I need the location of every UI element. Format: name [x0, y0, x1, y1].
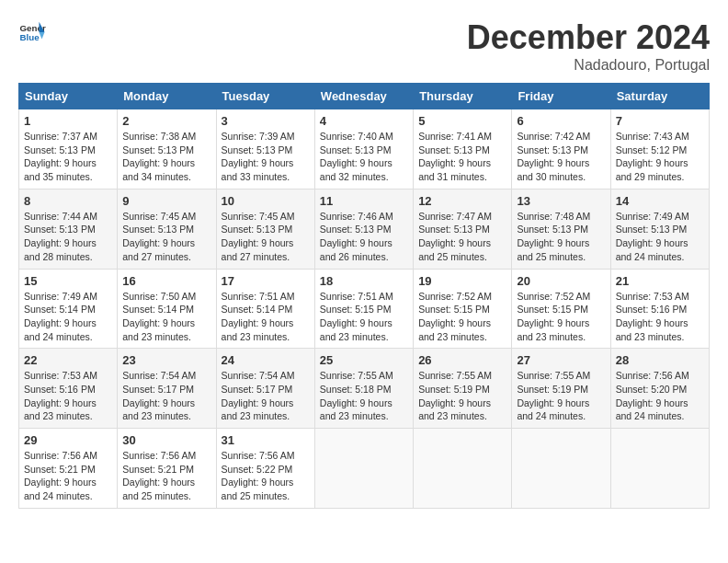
- sunset-text: Sunset: 5:18 PM: [320, 384, 392, 395]
- sunset-text: Sunset: 5:13 PM: [122, 224, 194, 235]
- daylight-text: Daylight: 9 hours and 27 minutes.: [222, 237, 294, 262]
- day-number: 21: [616, 274, 704, 288]
- day-info: Sunrise: 7:46 AMSunset: 5:13 PMDaylight:…: [320, 210, 408, 264]
- table-cell: 22Sunrise: 7:53 AMSunset: 5:16 PMDayligh…: [19, 349, 118, 429]
- day-info: Sunrise: 7:56 AMSunset: 5:22 PMDaylight:…: [222, 449, 310, 503]
- table-cell: 20Sunrise: 7:52 AMSunset: 5:15 PMDayligh…: [512, 269, 610, 349]
- col-saturday: Saturday: [610, 84, 709, 109]
- day-number: 6: [517, 114, 605, 128]
- sunset-text: Sunset: 5:21 PM: [24, 464, 96, 475]
- sunset-text: Sunset: 5:13 PM: [222, 224, 293, 235]
- daylight-text: Daylight: 9 hours and 23 minutes.: [320, 317, 392, 342]
- sunrise-text: Sunrise: 7:52 AM: [418, 291, 492, 302]
- sunset-text: Sunset: 5:21 PM: [122, 464, 194, 475]
- sunrise-text: Sunrise: 7:55 AM: [418, 370, 492, 381]
- daylight-text: Daylight: 9 hours and 23 minutes.: [616, 317, 688, 342]
- table-row: 1Sunrise: 7:37 AMSunset: 5:13 PMDaylight…: [19, 109, 710, 190]
- day-number: 10: [222, 194, 310, 208]
- day-info: Sunrise: 7:53 AMSunset: 5:16 PMDaylight:…: [616, 290, 704, 344]
- day-number: 29: [24, 433, 112, 447]
- day-number: 28: [616, 353, 704, 367]
- daylight-text: Daylight: 9 hours and 24 minutes.: [616, 237, 688, 262]
- day-number: 4: [320, 114, 408, 128]
- day-info: Sunrise: 7:52 AMSunset: 5:15 PMDaylight:…: [517, 290, 605, 344]
- sunset-text: Sunset: 5:13 PM: [24, 144, 96, 155]
- day-number: 2: [122, 114, 210, 128]
- table-cell: 15Sunrise: 7:49 AMSunset: 5:14 PMDayligh…: [19, 269, 118, 349]
- table-row: 15Sunrise: 7:49 AMSunset: 5:14 PMDayligh…: [19, 269, 710, 349]
- day-info: Sunrise: 7:55 AMSunset: 5:19 PMDaylight:…: [418, 369, 506, 423]
- table-cell: 30Sunrise: 7:56 AMSunset: 5:21 PMDayligh…: [118, 429, 216, 509]
- day-number: 13: [517, 194, 605, 208]
- daylight-text: Daylight: 9 hours and 33 minutes.: [222, 157, 294, 182]
- table-cell: 10Sunrise: 7:45 AMSunset: 5:13 PMDayligh…: [216, 189, 314, 269]
- sunrise-text: Sunrise: 7:54 AM: [122, 370, 196, 381]
- sunset-text: Sunset: 5:19 PM: [418, 384, 490, 395]
- day-number: 5: [418, 114, 506, 128]
- daylight-text: Daylight: 9 hours and 24 minutes.: [24, 317, 97, 342]
- daylight-text: Daylight: 9 hours and 28 minutes.: [24, 237, 97, 262]
- day-info: Sunrise: 7:56 AMSunset: 5:21 PMDaylight:…: [24, 449, 112, 503]
- day-info: Sunrise: 7:51 AMSunset: 5:14 PMDaylight:…: [222, 290, 310, 344]
- daylight-text: Daylight: 9 hours and 31 minutes.: [418, 157, 491, 182]
- day-info: Sunrise: 7:47 AMSunset: 5:13 PMDaylight:…: [418, 210, 506, 264]
- daylight-text: Daylight: 9 hours and 24 minutes.: [517, 397, 589, 422]
- table-row: 8Sunrise: 7:44 AMSunset: 5:13 PMDaylight…: [19, 189, 710, 269]
- sunrise-text: Sunrise: 7:56 AM: [222, 450, 295, 461]
- day-info: Sunrise: 7:42 AMSunset: 5:13 PMDaylight:…: [517, 130, 605, 184]
- sunrise-text: Sunrise: 7:50 AM: [122, 291, 196, 302]
- sunrise-text: Sunrise: 7:52 AM: [517, 291, 590, 302]
- day-number: 20: [517, 274, 605, 288]
- sunset-text: Sunset: 5:19 PM: [517, 384, 588, 395]
- table-cell: [512, 429, 610, 509]
- daylight-text: Daylight: 9 hours and 34 minutes.: [122, 157, 195, 182]
- table-cell: 16Sunrise: 7:50 AMSunset: 5:14 PMDayligh…: [118, 269, 216, 349]
- sunset-text: Sunset: 5:13 PM: [616, 224, 688, 235]
- sunrise-text: Sunrise: 7:46 AM: [320, 211, 393, 222]
- table-cell: 19Sunrise: 7:52 AMSunset: 5:15 PMDayligh…: [414, 269, 512, 349]
- day-info: Sunrise: 7:50 AMSunset: 5:14 PMDaylight:…: [122, 290, 210, 344]
- day-info: Sunrise: 7:37 AMSunset: 5:13 PMDaylight:…: [24, 130, 112, 184]
- table-row: 29Sunrise: 7:56 AMSunset: 5:21 PMDayligh…: [19, 429, 710, 509]
- table-cell: 28Sunrise: 7:56 AMSunset: 5:20 PMDayligh…: [610, 349, 709, 429]
- day-number: 18: [320, 274, 408, 288]
- day-info: Sunrise: 7:54 AMSunset: 5:17 PMDaylight:…: [222, 369, 310, 423]
- day-info: Sunrise: 7:48 AMSunset: 5:13 PMDaylight:…: [517, 210, 605, 264]
- day-number: 19: [418, 274, 506, 288]
- sunrise-text: Sunrise: 7:56 AM: [24, 450, 97, 461]
- day-number: 11: [320, 194, 408, 208]
- day-info: Sunrise: 7:49 AMSunset: 5:13 PMDaylight:…: [616, 210, 704, 264]
- month-title: December 2024: [467, 18, 710, 57]
- table-cell: 21Sunrise: 7:53 AMSunset: 5:16 PMDayligh…: [610, 269, 709, 349]
- sunset-text: Sunset: 5:12 PM: [616, 144, 688, 155]
- daylight-text: Daylight: 9 hours and 23 minutes.: [222, 317, 294, 342]
- day-info: Sunrise: 7:49 AMSunset: 5:14 PMDaylight:…: [24, 290, 112, 344]
- day-info: Sunrise: 7:40 AMSunset: 5:13 PMDaylight:…: [320, 130, 408, 184]
- sunrise-text: Sunrise: 7:47 AM: [418, 211, 492, 222]
- day-number: 12: [418, 194, 506, 208]
- day-number: 22: [24, 353, 112, 367]
- sunrise-text: Sunrise: 7:53 AM: [616, 291, 689, 302]
- day-number: 8: [24, 194, 112, 208]
- day-info: Sunrise: 7:45 AMSunset: 5:13 PMDaylight:…: [222, 210, 310, 264]
- sunset-text: Sunset: 5:14 PM: [222, 304, 293, 315]
- daylight-text: Daylight: 9 hours and 25 minutes.: [222, 477, 294, 501]
- sunrise-text: Sunrise: 7:48 AM: [517, 211, 590, 222]
- calendar-table: Sunday Monday Tuesday Wednesday Thursday…: [18, 83, 710, 509]
- day-number: 7: [616, 114, 704, 128]
- day-number: 26: [418, 353, 506, 367]
- table-cell: 7Sunrise: 7:43 AMSunset: 5:12 PMDaylight…: [610, 109, 709, 190]
- table-cell: 6Sunrise: 7:42 AMSunset: 5:13 PMDaylight…: [512, 109, 610, 190]
- day-number: 3: [222, 114, 310, 128]
- sunset-text: Sunset: 5:17 PM: [222, 384, 293, 395]
- sunrise-text: Sunrise: 7:54 AM: [222, 370, 295, 381]
- sunrise-text: Sunrise: 7:51 AM: [320, 291, 393, 302]
- sunrise-text: Sunrise: 7:45 AM: [122, 211, 196, 222]
- table-cell: 8Sunrise: 7:44 AMSunset: 5:13 PMDaylight…: [19, 189, 118, 269]
- day-info: Sunrise: 7:38 AMSunset: 5:13 PMDaylight:…: [122, 130, 210, 184]
- daylight-text: Daylight: 9 hours and 23 minutes.: [24, 397, 97, 422]
- day-info: Sunrise: 7:55 AMSunset: 5:19 PMDaylight:…: [517, 369, 605, 423]
- daylight-text: Daylight: 9 hours and 23 minutes.: [517, 317, 589, 342]
- sunset-text: Sunset: 5:15 PM: [418, 304, 490, 315]
- table-cell: 25Sunrise: 7:55 AMSunset: 5:18 PMDayligh…: [314, 349, 413, 429]
